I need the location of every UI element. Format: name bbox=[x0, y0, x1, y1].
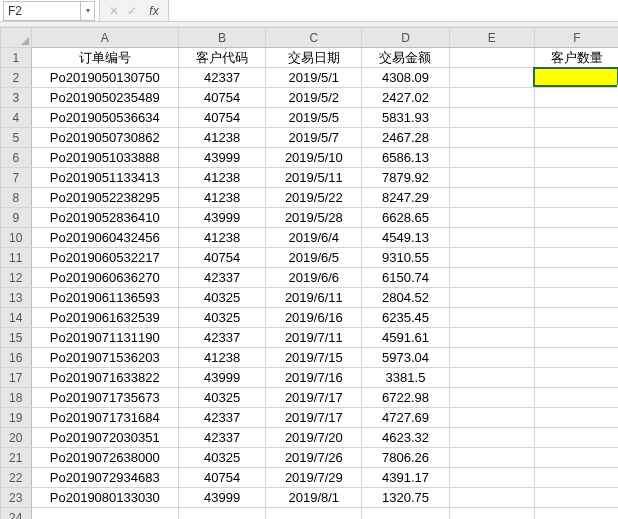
cell-A1[interactable]: 订单编号 bbox=[31, 48, 178, 68]
cell-F1[interactable]: 客户数量 bbox=[534, 48, 618, 68]
cell-B8[interactable]: 41238 bbox=[178, 188, 265, 208]
col-header-B[interactable]: B bbox=[178, 28, 265, 48]
cell-F14[interactable] bbox=[534, 308, 618, 328]
cell-A4[interactable]: Po2019050536634 bbox=[31, 108, 178, 128]
cell-F12[interactable] bbox=[534, 268, 618, 288]
cell-F11[interactable] bbox=[534, 248, 618, 268]
cell-B6[interactable]: 43999 bbox=[178, 148, 265, 168]
cell-F10[interactable] bbox=[534, 228, 618, 248]
cell-E14[interactable] bbox=[449, 308, 534, 328]
cell-C11[interactable]: 2019/6/5 bbox=[266, 248, 362, 268]
cell-F16[interactable] bbox=[534, 348, 618, 368]
cell-A6[interactable]: Po2019051033888 bbox=[31, 148, 178, 168]
cell-D5[interactable]: 2467.28 bbox=[362, 128, 449, 148]
cell-F22[interactable] bbox=[534, 468, 618, 488]
row-header-17[interactable]: 17 bbox=[1, 368, 32, 388]
cell-C9[interactable]: 2019/5/28 bbox=[266, 208, 362, 228]
cell-F8[interactable] bbox=[534, 188, 618, 208]
cell-F2[interactable] bbox=[534, 68, 618, 88]
cell-A23[interactable]: Po2019080133030 bbox=[31, 488, 178, 508]
col-header-A[interactable]: A bbox=[31, 28, 178, 48]
cell-B22[interactable]: 40754 bbox=[178, 468, 265, 488]
row-header-4[interactable]: 4 bbox=[1, 108, 32, 128]
cell-D7[interactable]: 7879.92 bbox=[362, 168, 449, 188]
cell-F4[interactable] bbox=[534, 108, 618, 128]
cell-D23[interactable]: 1320.75 bbox=[362, 488, 449, 508]
cell-A5[interactable]: Po2019050730862 bbox=[31, 128, 178, 148]
name-box[interactable] bbox=[3, 1, 81, 21]
name-box-dropdown[interactable]: ▾ bbox=[81, 1, 95, 21]
cell-C3[interactable]: 2019/5/2 bbox=[266, 88, 362, 108]
cell-C14[interactable]: 2019/6/16 bbox=[266, 308, 362, 328]
cell-B11[interactable]: 40754 bbox=[178, 248, 265, 268]
cell-D21[interactable]: 7806.26 bbox=[362, 448, 449, 468]
cell-E17[interactable] bbox=[449, 368, 534, 388]
cell-B19[interactable]: 42337 bbox=[178, 408, 265, 428]
row-header-8[interactable]: 8 bbox=[1, 188, 32, 208]
cell-A14[interactable]: Po2019061632539 bbox=[31, 308, 178, 328]
cell-C21[interactable]: 2019/7/26 bbox=[266, 448, 362, 468]
cell-E24[interactable] bbox=[449, 508, 534, 520]
cell-B5[interactable]: 41238 bbox=[178, 128, 265, 148]
cell-D16[interactable]: 5973.04 bbox=[362, 348, 449, 368]
cell-A10[interactable]: Po2019060432456 bbox=[31, 228, 178, 248]
cell-C4[interactable]: 2019/5/5 bbox=[266, 108, 362, 128]
cell-A13[interactable]: Po2019061136593 bbox=[31, 288, 178, 308]
cell-D8[interactable]: 8247.29 bbox=[362, 188, 449, 208]
cell-B15[interactable]: 42337 bbox=[178, 328, 265, 348]
cell-A2[interactable]: Po2019050130750 bbox=[31, 68, 178, 88]
cell-C17[interactable]: 2019/7/16 bbox=[266, 368, 362, 388]
cell-C7[interactable]: 2019/5/11 bbox=[266, 168, 362, 188]
cell-B21[interactable]: 40325 bbox=[178, 448, 265, 468]
cell-C20[interactable]: 2019/7/20 bbox=[266, 428, 362, 448]
row-header-15[interactable]: 15 bbox=[1, 328, 32, 348]
cell-D10[interactable]: 4549.13 bbox=[362, 228, 449, 248]
row-header-1[interactable]: 1 bbox=[1, 48, 32, 68]
cell-F18[interactable] bbox=[534, 388, 618, 408]
cell-E1[interactable] bbox=[449, 48, 534, 68]
cell-D4[interactable]: 5831.93 bbox=[362, 108, 449, 128]
cell-E12[interactable] bbox=[449, 268, 534, 288]
cell-B13[interactable]: 40325 bbox=[178, 288, 265, 308]
cell-F6[interactable] bbox=[534, 148, 618, 168]
cell-B2[interactable]: 42337 bbox=[178, 68, 265, 88]
cell-E19[interactable] bbox=[449, 408, 534, 428]
cell-B9[interactable]: 43999 bbox=[178, 208, 265, 228]
cell-A15[interactable]: Po2019071131190 bbox=[31, 328, 178, 348]
cell-E8[interactable] bbox=[449, 188, 534, 208]
cell-D18[interactable]: 6722.98 bbox=[362, 388, 449, 408]
cell-E7[interactable] bbox=[449, 168, 534, 188]
cell-D22[interactable]: 4391.17 bbox=[362, 468, 449, 488]
cell-A20[interactable]: Po2019072030351 bbox=[31, 428, 178, 448]
cell-D20[interactable]: 4623.32 bbox=[362, 428, 449, 448]
cell-D11[interactable]: 9310.55 bbox=[362, 248, 449, 268]
cell-D3[interactable]: 2427.02 bbox=[362, 88, 449, 108]
cell-A19[interactable]: Po2019071731684 bbox=[31, 408, 178, 428]
cell-B17[interactable]: 43999 bbox=[178, 368, 265, 388]
cell-F9[interactable] bbox=[534, 208, 618, 228]
cell-B3[interactable]: 40754 bbox=[178, 88, 265, 108]
cell-E2[interactable] bbox=[449, 68, 534, 88]
formula-input[interactable] bbox=[169, 0, 618, 21]
cell-A9[interactable]: Po2019052836410 bbox=[31, 208, 178, 228]
cell-D12[interactable]: 6150.74 bbox=[362, 268, 449, 288]
row-header-13[interactable]: 13 bbox=[1, 288, 32, 308]
cell-F17[interactable] bbox=[534, 368, 618, 388]
cell-E3[interactable] bbox=[449, 88, 534, 108]
cell-B4[interactable]: 40754 bbox=[178, 108, 265, 128]
cell-E23[interactable] bbox=[449, 488, 534, 508]
cell-E6[interactable] bbox=[449, 148, 534, 168]
select-all-corner[interactable] bbox=[1, 28, 32, 48]
row-header-6[interactable]: 6 bbox=[1, 148, 32, 168]
cell-A7[interactable]: Po2019051133413 bbox=[31, 168, 178, 188]
cell-C2[interactable]: 2019/5/1 bbox=[266, 68, 362, 88]
cell-B12[interactable]: 42337 bbox=[178, 268, 265, 288]
grid[interactable]: ABCDEF 1订单编号客户代码交易日期交易金额客户数量2Po201905013… bbox=[0, 27, 618, 519]
cell-D1[interactable]: 交易金额 bbox=[362, 48, 449, 68]
row-header-3[interactable]: 3 bbox=[1, 88, 32, 108]
cell-F21[interactable] bbox=[534, 448, 618, 468]
cell-A17[interactable]: Po2019071633822 bbox=[31, 368, 178, 388]
enter-icon[interactable]: ✓ bbox=[124, 4, 140, 18]
cell-A18[interactable]: Po2019071735673 bbox=[31, 388, 178, 408]
col-header-D[interactable]: D bbox=[362, 28, 449, 48]
